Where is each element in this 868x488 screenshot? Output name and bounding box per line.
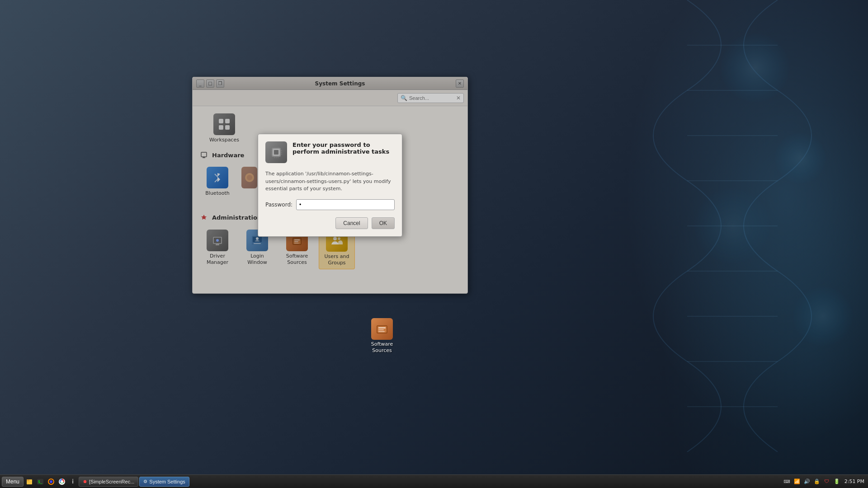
system-settings-taskbar-icon: ⚙ (143, 479, 147, 484)
taskbar-tray: ⌨ 📶 🔊 🔒 🛡 🔋 2:51 PM (783, 478, 866, 486)
taskbar-icon-browser[interactable] (46, 477, 56, 487)
dialog-buttons: Cancel OK (265, 217, 395, 229)
svg-rect-59 (270, 154, 272, 155)
taskbar-icon-chrome[interactable] (57, 477, 67, 487)
system-settings-taskbar-label: System Settings (149, 479, 185, 484)
dna-background (597, 0, 868, 488)
tray-keyboard-icon[interactable]: ⌨ (783, 478, 791, 486)
svg-rect-61 (281, 152, 282, 153)
software-sources-icon (371, 318, 393, 340)
system-settings-window: _ □ ❐ System Settings ✕ 🔍 ✕ (192, 77, 468, 294)
ok-button[interactable]: OK (372, 217, 395, 229)
dialog-content: Enter your password to perform administr… (258, 134, 402, 236)
svg-rect-64 (276, 146, 277, 148)
svg-rect-68 (278, 157, 278, 158)
svg-rect-58 (270, 152, 272, 153)
tray-battery-icon[interactable]: 🔋 (833, 478, 841, 486)
dialog-description: The application '/usr/lib/cinnamon-setti… (265, 170, 395, 193)
svg-point-3 (791, 285, 854, 348)
svg-point-1 (773, 131, 827, 185)
svg-text:$_: $_ (38, 480, 42, 484)
taskbar-clock[interactable]: 2:51 PM (843, 479, 866, 484)
tray-security-icon[interactable]: 🔒 (813, 478, 821, 486)
svg-rect-60 (281, 150, 282, 151)
svg-rect-17 (378, 331, 385, 332)
taskbar-app-simplescreenrec[interactable]: ⏺ [SimpleScreenRec... (79, 477, 138, 487)
tray-network-icon[interactable]: 📶 (793, 478, 801, 486)
svg-rect-66 (274, 157, 275, 158)
svg-rect-67 (276, 157, 277, 158)
svg-rect-70 (27, 479, 29, 481)
simplescreenrec-label: [SimpleScreenRec... (89, 479, 134, 484)
svg-rect-63 (274, 146, 275, 148)
svg-point-0 (719, 32, 791, 104)
svg-rect-56 (274, 150, 278, 155)
dialog-app-icon (265, 141, 287, 163)
svg-point-74 (50, 480, 52, 483)
taskbar-icon-files[interactable] (24, 477, 34, 487)
dialog-overlay: Enter your password to perform administr… (193, 77, 467, 293)
taskbar-icon-terminal[interactable]: $_ (35, 477, 45, 487)
password-label: Password: (265, 202, 292, 208)
password-dialog: Enter your password to perform administr… (258, 134, 402, 237)
svg-rect-57 (270, 150, 272, 151)
taskbar-icon-i[interactable]: i (68, 477, 78, 487)
tray-shield-icon[interactable]: 🛡 (823, 478, 831, 486)
dialog-title-area: Enter your password to perform administr… (292, 141, 395, 163)
software-sources-desktop-label: Software Sources (368, 341, 396, 354)
dialog-title: Enter your password to perform administr… (292, 141, 395, 155)
dialog-form: Password: (265, 199, 395, 210)
desktop: Software Sources _ □ ❐ System Settings ✕… (0, 0, 868, 488)
svg-rect-65 (278, 146, 278, 148)
svg-rect-16 (378, 329, 384, 330)
taskbar: Menu $_ (0, 474, 868, 488)
svg-point-76 (61, 480, 63, 483)
simplescreenrec-icon: ⏺ (83, 479, 87, 484)
desktop-icon-software-sources[interactable]: Software Sources (366, 316, 398, 356)
taskbar-app-system-settings[interactable]: ⚙ System Settings (139, 477, 189, 487)
tray-volume-icon[interactable]: 🔊 (803, 478, 811, 486)
password-input[interactable] (296, 199, 395, 210)
svg-rect-62 (281, 154, 282, 155)
dialog-header: Enter your password to perform administr… (265, 141, 395, 163)
cancel-button[interactable]: Cancel (335, 217, 368, 229)
taskbar-menu-button[interactable]: Menu (2, 477, 24, 487)
svg-rect-15 (378, 327, 386, 328)
